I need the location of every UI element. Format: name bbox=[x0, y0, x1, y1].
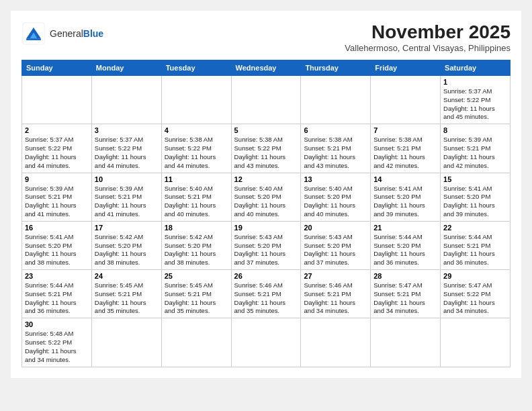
calendar-cell: 25Sunrise: 5:45 AM Sunset: 5:21 PM Dayli… bbox=[161, 270, 231, 318]
day-number: 7 bbox=[373, 126, 437, 134]
calendar-cell bbox=[441, 318, 511, 367]
day-info: Sunrise: 5:42 AM Sunset: 5:20 PM Dayligh… bbox=[165, 233, 228, 267]
calendar-cell bbox=[231, 318, 301, 367]
day-info: Sunrise: 5:38 AM Sunset: 5:21 PM Dayligh… bbox=[373, 136, 437, 170]
day-number: 30 bbox=[25, 320, 89, 328]
day-info: Sunrise: 5:41 AM Sunset: 5:20 PM Dayligh… bbox=[443, 185, 507, 219]
calendar-cell bbox=[301, 76, 371, 124]
weekday-header-wednesday: Wednesday bbox=[231, 60, 301, 76]
day-number: 25 bbox=[165, 272, 228, 280]
day-info: Sunrise: 5:43 AM Sunset: 5:20 PM Dayligh… bbox=[304, 233, 367, 267]
day-info: Sunrise: 5:42 AM Sunset: 5:20 PM Dayligh… bbox=[95, 233, 159, 267]
calendar-cell: 26Sunrise: 5:46 AM Sunset: 5:21 PM Dayli… bbox=[231, 270, 301, 318]
day-info: Sunrise: 5:40 AM Sunset: 5:21 PM Dayligh… bbox=[165, 185, 228, 219]
weekday-header-friday: Friday bbox=[371, 60, 441, 76]
logo-blue: Blue bbox=[83, 28, 103, 39]
calendar-cell: 5Sunrise: 5:38 AM Sunset: 5:22 PM Daylig… bbox=[231, 124, 301, 173]
calendar-cell: 2Sunrise: 5:37 AM Sunset: 5:22 PM Daylig… bbox=[22, 124, 92, 173]
calendar-cell: 24Sunrise: 5:45 AM Sunset: 5:21 PM Dayli… bbox=[91, 270, 161, 318]
calendar-cell: 12Sunrise: 5:40 AM Sunset: 5:20 PM Dayli… bbox=[231, 173, 301, 221]
day-info: Sunrise: 5:38 AM Sunset: 5:22 PM Dayligh… bbox=[234, 136, 298, 170]
calendar-cell: 11Sunrise: 5:40 AM Sunset: 5:21 PM Dayli… bbox=[161, 173, 231, 221]
calendar-week-row: 16Sunrise: 5:41 AM Sunset: 5:20 PM Dayli… bbox=[22, 221, 511, 269]
calendar-cell bbox=[371, 76, 441, 124]
calendar-cell bbox=[231, 76, 301, 124]
calendar-cell: 7Sunrise: 5:38 AM Sunset: 5:21 PM Daylig… bbox=[371, 124, 441, 173]
day-number: 3 bbox=[95, 126, 159, 134]
day-info: Sunrise: 5:45 AM Sunset: 5:21 PM Dayligh… bbox=[165, 281, 228, 316]
calendar-cell: 8Sunrise: 5:39 AM Sunset: 5:21 PM Daylig… bbox=[441, 124, 511, 173]
day-number: 24 bbox=[95, 272, 159, 280]
calendar-week-row: 1Sunrise: 5:37 AM Sunset: 5:22 PM Daylig… bbox=[22, 76, 511, 124]
logo-general: General bbox=[50, 28, 83, 39]
calendar-cell bbox=[371, 318, 441, 367]
day-info: Sunrise: 5:46 AM Sunset: 5:21 PM Dayligh… bbox=[304, 281, 367, 316]
calendar-header: SundayMondayTuesdayWednesdayThursdayFrid… bbox=[22, 60, 511, 76]
day-info: Sunrise: 5:39 AM Sunset: 5:21 PM Dayligh… bbox=[25, 185, 89, 219]
generalblue-logo-icon bbox=[21, 21, 46, 46]
day-info: Sunrise: 5:39 AM Sunset: 5:21 PM Dayligh… bbox=[95, 185, 159, 219]
day-number: 27 bbox=[304, 272, 367, 280]
calendar-week-row: 23Sunrise: 5:44 AM Sunset: 5:21 PM Dayli… bbox=[22, 270, 511, 318]
calendar-cell bbox=[22, 76, 92, 124]
calendar-cell: 18Sunrise: 5:42 AM Sunset: 5:20 PM Dayli… bbox=[161, 221, 231, 269]
day-info: Sunrise: 5:37 AM Sunset: 5:22 PM Dayligh… bbox=[95, 136, 159, 170]
day-info: Sunrise: 5:48 AM Sunset: 5:22 PM Dayligh… bbox=[25, 330, 89, 364]
day-info: Sunrise: 5:40 AM Sunset: 5:20 PM Dayligh… bbox=[304, 185, 367, 219]
calendar-week-row: 30Sunrise: 5:48 AM Sunset: 5:22 PM Dayli… bbox=[22, 318, 511, 367]
day-info: Sunrise: 5:47 AM Sunset: 5:21 PM Dayligh… bbox=[373, 281, 437, 316]
day-number: 10 bbox=[95, 175, 159, 183]
calendar-cell: 15Sunrise: 5:41 AM Sunset: 5:20 PM Dayli… bbox=[441, 173, 511, 221]
day-info: Sunrise: 5:44 AM Sunset: 5:21 PM Dayligh… bbox=[25, 281, 89, 316]
calendar-cell: 30Sunrise: 5:48 AM Sunset: 5:22 PM Dayli… bbox=[22, 318, 92, 367]
day-info: Sunrise: 5:41 AM Sunset: 5:20 PM Dayligh… bbox=[25, 233, 89, 267]
calendar-cell: 17Sunrise: 5:42 AM Sunset: 5:20 PM Dayli… bbox=[91, 221, 161, 269]
day-number: 26 bbox=[234, 272, 298, 280]
weekday-header-tuesday: Tuesday bbox=[161, 60, 231, 76]
logo: GeneralBlue bbox=[21, 21, 103, 46]
day-number: 16 bbox=[25, 224, 89, 232]
weekday-header-row: SundayMondayTuesdayWednesdayThursdayFrid… bbox=[22, 60, 511, 76]
day-info: Sunrise: 5:40 AM Sunset: 5:20 PM Dayligh… bbox=[234, 185, 298, 219]
day-number: 13 bbox=[304, 175, 367, 183]
calendar-cell: 4Sunrise: 5:38 AM Sunset: 5:22 PM Daylig… bbox=[161, 124, 231, 173]
day-info: Sunrise: 5:45 AM Sunset: 5:21 PM Dayligh… bbox=[95, 281, 159, 316]
weekday-header-thursday: Thursday bbox=[301, 60, 371, 76]
calendar-cell bbox=[91, 318, 161, 367]
calendar-cell: 10Sunrise: 5:39 AM Sunset: 5:21 PM Dayli… bbox=[91, 173, 161, 221]
day-info: Sunrise: 5:38 AM Sunset: 5:21 PM Dayligh… bbox=[304, 136, 367, 170]
calendar-cell: 13Sunrise: 5:40 AM Sunset: 5:20 PM Dayli… bbox=[301, 173, 371, 221]
calendar-week-row: 2Sunrise: 5:37 AM Sunset: 5:22 PM Daylig… bbox=[22, 124, 511, 173]
day-number: 2 bbox=[25, 126, 89, 134]
day-info: Sunrise: 5:41 AM Sunset: 5:20 PM Dayligh… bbox=[373, 185, 437, 219]
weekday-header-monday: Monday bbox=[91, 60, 161, 76]
day-number: 4 bbox=[165, 126, 228, 134]
calendar-cell: 27Sunrise: 5:46 AM Sunset: 5:21 PM Dayli… bbox=[301, 270, 371, 318]
header: GeneralBlue November 2025 Vallehermoso, … bbox=[21, 21, 511, 53]
day-number: 17 bbox=[95, 224, 159, 232]
day-info: Sunrise: 5:37 AM Sunset: 5:22 PM Dayligh… bbox=[25, 136, 89, 170]
day-info: Sunrise: 5:38 AM Sunset: 5:22 PM Dayligh… bbox=[165, 136, 228, 170]
calendar-cell: 29Sunrise: 5:47 AM Sunset: 5:22 PM Dayli… bbox=[441, 270, 511, 318]
month-title: November 2025 bbox=[345, 21, 511, 43]
svg-rect-3 bbox=[26, 38, 41, 40]
day-info: Sunrise: 5:37 AM Sunset: 5:22 PM Dayligh… bbox=[443, 87, 507, 122]
calendar-cell: 19Sunrise: 5:43 AM Sunset: 5:20 PM Dayli… bbox=[231, 221, 301, 269]
calendar-cell: 14Sunrise: 5:41 AM Sunset: 5:20 PM Dayli… bbox=[371, 173, 441, 221]
title-area: November 2025 Vallehermoso, Central Visa… bbox=[345, 21, 511, 53]
day-number: 22 bbox=[443, 224, 507, 232]
day-number: 23 bbox=[25, 272, 89, 280]
calendar-cell: 28Sunrise: 5:47 AM Sunset: 5:21 PM Dayli… bbox=[371, 270, 441, 318]
calendar-week-row: 9Sunrise: 5:39 AM Sunset: 5:21 PM Daylig… bbox=[22, 173, 511, 221]
calendar-cell bbox=[91, 76, 161, 124]
calendar-cell: 20Sunrise: 5:43 AM Sunset: 5:20 PM Dayli… bbox=[301, 221, 371, 269]
day-number: 28 bbox=[373, 272, 437, 280]
calendar-cell: 1Sunrise: 5:37 AM Sunset: 5:22 PM Daylig… bbox=[441, 76, 511, 124]
calendar-cell: 16Sunrise: 5:41 AM Sunset: 5:20 PM Dayli… bbox=[22, 221, 92, 269]
calendar-cell: 6Sunrise: 5:38 AM Sunset: 5:21 PM Daylig… bbox=[301, 124, 371, 173]
day-info: Sunrise: 5:39 AM Sunset: 5:21 PM Dayligh… bbox=[443, 136, 507, 170]
day-info: Sunrise: 5:43 AM Sunset: 5:20 PM Dayligh… bbox=[234, 233, 298, 267]
page: GeneralBlue November 2025 Vallehermoso, … bbox=[11, 11, 521, 378]
day-info: Sunrise: 5:44 AM Sunset: 5:21 PM Dayligh… bbox=[443, 233, 507, 267]
calendar-cell bbox=[161, 76, 231, 124]
